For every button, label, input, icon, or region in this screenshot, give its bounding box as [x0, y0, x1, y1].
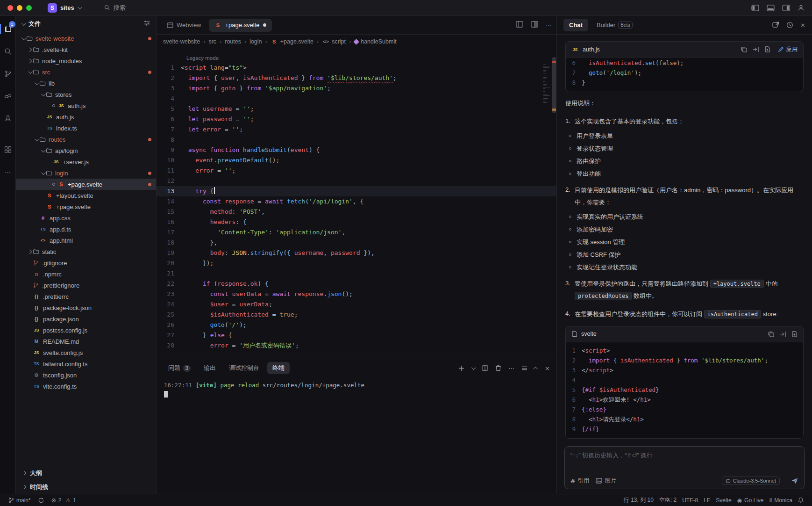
code-line-4[interactable]: 4	[157, 94, 556, 104]
new-file-icon[interactable]	[764, 46, 770, 52]
chat-messages[interactable]: JS auth.js 应用 6 isAuthenticated.	[557, 35, 812, 443]
activity-explorer-icon[interactable]: 1	[0, 22, 16, 36]
code-line-7[interactable]: 7 let error = '';	[157, 124, 556, 135]
workspace-switcher[interactable]: S sites	[48, 3, 81, 13]
activity-extensions-icon[interactable]	[0, 112, 16, 125]
copy-code-icon[interactable]	[768, 331, 774, 337]
terminal-dropdown-icon[interactable]	[471, 367, 475, 370]
terminal-output[interactable]: 16:27:11 [vite] page reload src/routes/l…	[157, 377, 556, 494]
outline-section[interactable]: 大纲	[16, 466, 156, 480]
tree-item-lib[interactable]: lib	[16, 78, 156, 89]
tree-item-gitignore[interactable]: .gitignore	[16, 257, 156, 268]
activity-more-icon[interactable]: ⋯	[0, 166, 16, 179]
chat-input[interactable]: “↑↓” 切换历史输入，“⇧⏎” 换行 # 引用 图片 Claude-3.5	[564, 446, 805, 489]
toggle-bottom-panel-icon[interactable]	[767, 5, 775, 11]
tree-item-static[interactable]: static	[16, 246, 156, 257]
chat-tab-builder[interactable]: BuilderBeta	[591, 19, 638, 31]
kill-terminal-icon[interactable]	[495, 365, 501, 371]
tree-item-stores[interactable]: stores	[16, 89, 156, 100]
minimap[interactable]	[543, 65, 551, 104]
tree-item-auth-js[interactable]: JSauth.js	[16, 111, 156, 123]
sync-button[interactable]	[36, 494, 47, 506]
tree-item-api-login[interactable]: api/login	[16, 145, 156, 156]
explorer-actions-icon[interactable]	[143, 20, 150, 28]
tree-item-npmrc[interactable]: n.npmrc	[16, 268, 156, 280]
tree-item-svelte-config-js[interactable]: JSsvelte.config.js	[16, 347, 156, 358]
close-window-button[interactable]	[7, 5, 13, 11]
tree-item-page-svelte[interactable]: S+page.svelte	[16, 179, 156, 190]
status-lf[interactable]: LF	[701, 497, 713, 504]
code-line-2[interactable]: 2 import { user, isAuthenticated } from …	[157, 73, 556, 83]
toggle-left-panel-icon[interactable]	[751, 5, 759, 11]
code-line-20[interactable]: 20 });	[157, 258, 556, 268]
code-line-18[interactable]: 18 },	[157, 238, 556, 248]
split-editor-icon[interactable]	[531, 21, 538, 29]
timeline-section[interactable]: 时间线	[16, 480, 156, 494]
panel-tab-[interactable]: 输出	[199, 362, 221, 374]
code-line-9[interactable]: 9 async function handleSubmit(event) {	[157, 145, 556, 155]
breadcrumb-routes[interactable]: routes	[225, 38, 241, 45]
tree-item-page-svelte[interactable]: S+page.svelte	[16, 201, 156, 212]
tree-item-index-ts[interactable]: TSindex.ts	[16, 123, 156, 134]
copy-code-icon[interactable]	[741, 46, 747, 52]
history-icon[interactable]	[786, 22, 793, 29]
tree-item-tsconfig-json[interactable]: ⚙tsconfig.json	[16, 369, 156, 381]
code-line-1[interactable]: 1<script lang="ts">	[157, 63, 556, 73]
new-file-icon[interactable]	[791, 331, 798, 337]
git-branch-indicator[interactable]: main*	[6, 494, 34, 506]
code-line-26[interactable]: 26 goto('/');	[157, 320, 556, 330]
breadcrumb-page-svelte[interactable]: S+page.svelte	[271, 38, 313, 45]
activity-remote-icon[interactable]	[0, 90, 16, 103]
status-svelte[interactable]: Svelte	[713, 497, 734, 504]
tree-item-postcss-config-js[interactable]: JSpostcss.config.js	[16, 325, 156, 336]
chat-tab-chat[interactable]: Chat	[563, 19, 588, 31]
status-go-live[interactable]: ◉Go Live	[734, 497, 767, 504]
insert-code-icon[interactable]	[753, 46, 759, 52]
zoom-window-button[interactable]	[26, 5, 32, 11]
account-icon[interactable]	[798, 4, 805, 11]
tree-item-prettierignore[interactable]: .prettierignore	[16, 280, 156, 291]
code-line-3[interactable]: 3 import { goto } from '$app/navigation'…	[157, 83, 556, 94]
panel-tab-[interactable]: 问题3	[163, 362, 196, 374]
tree-item-svelte-kit[interactable]: .svelte-kit	[16, 44, 156, 55]
code-line-28[interactable]: 28 error = '用户名或密码错误';	[157, 340, 556, 351]
apply-code-button[interactable]: 应用	[778, 45, 798, 53]
editor-scrollbar[interactable]	[552, 49, 556, 359]
close-panel-icon[interactable]: ×	[545, 365, 550, 372]
activity-search-icon[interactable]	[0, 45, 16, 58]
tree-item-app-d-ts[interactable]: TSapp.d.ts	[16, 224, 156, 235]
code-line-5[interactable]: 5 let username = '';	[157, 104, 556, 114]
toggle-right-panel-icon[interactable]	[782, 5, 790, 11]
code-line-25[interactable]: 25 $isAuthenticated = true;	[157, 310, 556, 320]
breadcrumb-script[interactable]: </>script	[322, 38, 346, 45]
panel-layout-icon[interactable]	[521, 366, 527, 371]
problems-indicator[interactable]: ⊗2 ⚠1	[49, 494, 79, 506]
breadcrumb-handlesubmit[interactable]: handleSubmit	[354, 38, 396, 45]
tree-item-package-lock-json[interactable]: {}package-lock.json	[16, 302, 156, 313]
send-button[interactable]	[791, 477, 798, 484]
open-chat-in-editor-icon[interactable]	[772, 22, 779, 29]
close-chat-icon[interactable]: ×	[800, 22, 805, 29]
breadcrumb-src[interactable]: src	[208, 38, 216, 45]
global-search[interactable]: 搜索	[104, 4, 126, 12]
more-actions-icon[interactable]: ⋯	[546, 22, 552, 29]
tree-item-layout-svelte[interactable]: S+layout.svelte	[16, 190, 156, 201]
maximize-panel-icon[interactable]	[534, 367, 538, 370]
status-monica[interactable]: ⅡMonica	[766, 497, 795, 504]
status-utf-8[interactable]: UTF-8	[679, 497, 701, 504]
new-terminal-icon[interactable]	[458, 365, 464, 371]
code-line-16[interactable]: 16 headers: {	[157, 217, 556, 227]
explorer-header[interactable]: 文件	[16, 16, 156, 32]
code-line-24[interactable]: 24 $user = userData;	[157, 299, 556, 310]
image-button[interactable]: 图片	[596, 477, 616, 485]
code-line-23[interactable]: 23 const userData = await response.json(…	[157, 289, 556, 299]
editor-tab-webview[interactable]: Webview	[161, 19, 207, 32]
code-line-15[interactable]: 15 method: 'POST',	[157, 207, 556, 217]
tree-item-auth-js[interactable]: JSauth.js	[16, 100, 156, 111]
status-2[interactable]: 空格: 2	[656, 496, 679, 504]
tree-item-src[interactable]: src	[16, 66, 156, 78]
tree-item-prettierrc[interactable]: {}.prettierrc	[16, 291, 156, 302]
code-line-12[interactable]: 12	[157, 176, 556, 186]
panel-tab-[interactable]: 终端	[267, 362, 290, 374]
activity-apps-icon[interactable]	[0, 143, 16, 156]
